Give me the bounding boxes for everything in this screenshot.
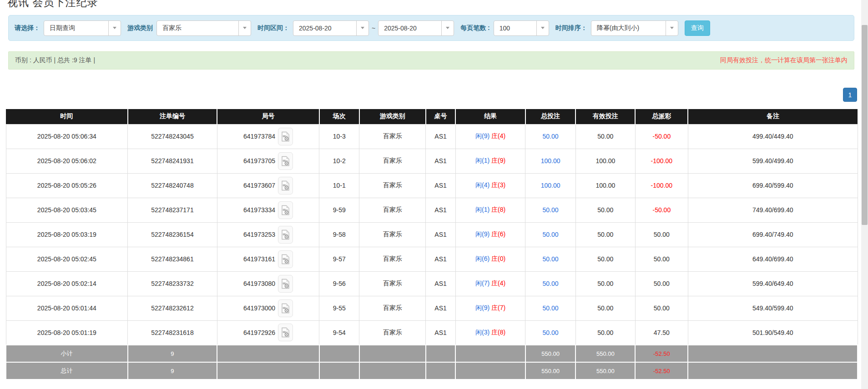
date-range-separator: ~	[372, 25, 375, 32]
sort-order-label: 时间排序：	[555, 24, 587, 32]
payout-cell: -100.00	[635, 149, 688, 173]
table-no-cell: AS1	[426, 296, 456, 320]
result-banker: 庄(9)	[491, 157, 505, 164]
game-type-select[interactable]: 百家乐	[156, 20, 251, 36]
total-bet-cell: 50.00	[525, 198, 575, 222]
total-bet-link[interactable]: 50.00	[543, 206, 559, 214]
table-row: 2025-08-20 05:02:14522748233732641973080…	[6, 271, 858, 296]
total-bet-cell: 50.00	[525, 320, 575, 345]
payout-cell: 50.00	[635, 271, 688, 296]
total-bet-link[interactable]: 50.00	[543, 231, 559, 238]
round-id: 641973705	[243, 157, 275, 165]
total-bet-link[interactable]: 50.00	[543, 304, 559, 312]
chevron-down-icon	[238, 21, 251, 35]
chevron-down-icon	[108, 21, 121, 35]
valid-bet-cell: 50.00	[575, 124, 635, 149]
bet-id-cell: 522748231618	[128, 320, 217, 345]
time-cell: 2025-08-20 05:03:19	[6, 222, 128, 247]
page-size-select[interactable]: 100	[494, 20, 549, 36]
bet-id-cell: 522748236154	[128, 222, 217, 247]
sort-order-select[interactable]: 降幂(由大到小)	[591, 20, 678, 36]
date-range-label: 时间区间：	[257, 24, 289, 32]
pagination: 1	[843, 88, 857, 102]
same-round-notice: 同局有效投注，统一计算在该局第一张注单内	[720, 56, 848, 65]
payout-cell: -50.00	[635, 198, 688, 222]
sum-empty-cell	[426, 362, 456, 379]
bet-id-cell: 522748241931	[128, 149, 217, 173]
result-banker: 庄(8)	[491, 206, 505, 213]
video-replay-button[interactable]	[278, 177, 293, 194]
query-button[interactable]: 查询	[685, 20, 710, 36]
column-header: 注单编号	[128, 109, 217, 124]
total-bet-cell: 50.00	[525, 296, 575, 320]
time-cell: 2025-08-20 05:05:26	[6, 173, 128, 198]
subtotal-row: 小计9550.00550.00-52.50	[6, 345, 858, 362]
table-row: 2025-08-20 05:05:26522748240748641973607…	[6, 173, 858, 198]
round-cell: 641973253	[217, 222, 319, 247]
sum-empty-cell	[217, 362, 319, 379]
total-bet-cell: 50.00	[525, 124, 575, 149]
valid-bet-cell: 50.00	[575, 222, 635, 247]
video-record-icon	[281, 205, 290, 215]
table-no-cell: AS1	[426, 271, 456, 296]
date-to-input[interactable]: 2025-08-20	[378, 20, 454, 36]
video-replay-button[interactable]	[278, 324, 293, 341]
sum-empty-cell	[359, 362, 426, 379]
video-replay-button[interactable]	[278, 250, 293, 268]
game-type-cell: 百家乐	[359, 124, 426, 149]
table-no-cell: AS1	[426, 320, 456, 345]
result-player: 闲(9)	[475, 304, 490, 311]
valid-bet-cell: 100.00	[575, 149, 635, 173]
result-player: 闲(1)	[475, 157, 490, 164]
video-record-icon	[281, 180, 290, 191]
payout-cell: -100.00	[635, 173, 688, 198]
scrollbar[interactable]	[861, 0, 868, 389]
bet-id-cell: 522748243045	[128, 124, 217, 149]
column-header: 备注	[688, 109, 858, 124]
session-cell: 9-56	[319, 271, 359, 296]
video-replay-button[interactable]	[278, 201, 293, 219]
remark-cell: 749.40/699.40	[688, 198, 858, 222]
video-replay-button[interactable]	[278, 152, 293, 170]
total-bet-link[interactable]: 50.00	[543, 133, 559, 140]
date-from-value: 2025-08-20	[293, 25, 356, 32]
valid-bet-cell: 50.00	[575, 320, 635, 345]
video-replay-button[interactable]	[278, 299, 293, 317]
video-replay-button[interactable]	[278, 226, 293, 244]
query-type-select[interactable]: 日期查询	[44, 20, 121, 36]
remark-cell: 549.40/599.40	[688, 296, 858, 320]
total-row: 总计9550.00550.00-52.50	[6, 362, 858, 379]
result-player: 闲(4)	[475, 181, 490, 189]
sum-empty-cell	[217, 345, 319, 362]
currency-total-text: 币别 : 人民币 | 总共 :9 注单 |	[15, 56, 95, 65]
total-bet-link[interactable]: 50.00	[543, 280, 559, 287]
video-replay-button[interactable]	[278, 275, 293, 293]
total-bet-cell: 100.00	[525, 149, 575, 173]
bet-id-cell: 522748234861	[128, 247, 217, 271]
result-player: 闲(1)	[475, 206, 490, 213]
bet-id-cell: 522748240748	[128, 173, 217, 198]
time-cell: 2025-08-20 05:03:45	[6, 198, 128, 222]
round-cell: 641973161	[217, 247, 319, 271]
table-header-row: 时间注单编号局号场次游戏类别桌号结果总投注有效投注总派彩备注	[6, 109, 858, 124]
total-bet-link[interactable]: 50.00	[543, 329, 559, 336]
pagination-page-1[interactable]: 1	[843, 88, 857, 102]
time-cell: 2025-08-20 05:02:14	[6, 271, 128, 296]
total-bet-link[interactable]: 100.00	[541, 182, 560, 189]
table-row: 2025-08-20 05:06:34522748243045641973784…	[6, 124, 858, 149]
scrollbar-thumb[interactable]	[862, 25, 868, 225]
round-id: 641973000	[243, 304, 275, 312]
result-banker: 庄(8)	[491, 329, 505, 336]
result-cell: 闲(4) 庄(3)	[455, 173, 525, 198]
round-id: 641973607	[243, 182, 275, 189]
payout-cell: 50.00	[635, 222, 688, 247]
total-bet-link[interactable]: 50.00	[543, 255, 559, 263]
table-no-cell: AS1	[426, 222, 456, 247]
round-cell: 641973334	[217, 198, 319, 222]
video-replay-button[interactable]	[278, 128, 293, 145]
remark-cell: 649.40/699.40	[688, 247, 858, 271]
payout-cell: 50.00	[635, 247, 688, 271]
total-bet-link[interactable]: 100.00	[541, 157, 560, 165]
date-from-input[interactable]: 2025-08-20	[293, 20, 369, 36]
video-record-icon	[281, 131, 290, 142]
